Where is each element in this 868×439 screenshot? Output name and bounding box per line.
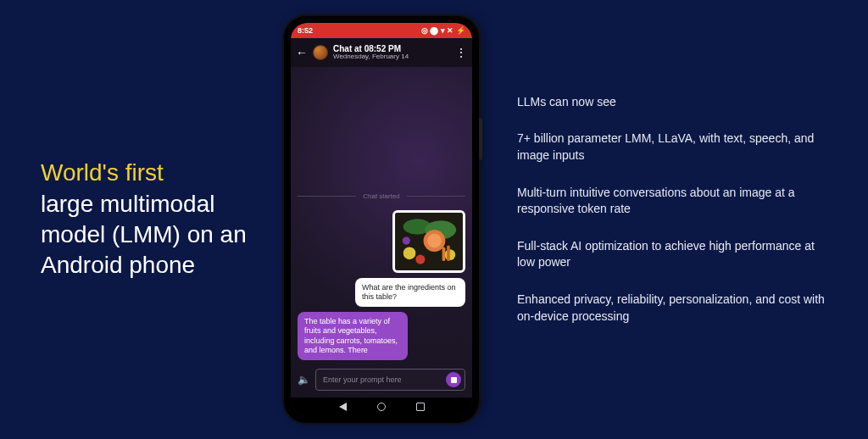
prompt-input[interactable] — [323, 375, 446, 384]
chat-body[interactable]: Chat started — [291, 67, 472, 364]
svg-point-6 — [415, 254, 425, 264]
bullet: Full-stack AI optimization to achieve hi… — [517, 238, 834, 271]
bullet: LLMs can now see — [517, 94, 834, 111]
bullet: Enhanced privacy, reliability, personali… — [517, 292, 834, 325]
phone-column: 8:52 ◎ ⬤ ▾ ✕ ⚡ ← Chat at 08:52 PM Wednes… — [263, 16, 500, 423]
nav-back-icon[interactable] — [339, 403, 347, 411]
nav-recent-icon[interactable] — [416, 403, 425, 411]
chat-subtitle: Wednesday, February 14 — [333, 53, 409, 61]
nav-home-icon[interactable] — [377, 403, 386, 411]
food-photo-icon — [395, 213, 463, 270]
speaker-icon[interactable]: 🔈 — [298, 374, 310, 386]
chat-appbar: ← Chat at 08:52 PM Wednesday, February 1… — [291, 38, 472, 67]
status-icon-group: ◎ ⬤ ▾ ✕ ⚡ — [421, 26, 465, 35]
stop-button[interactable] — [446, 372, 461, 387]
svg-point-4 — [427, 233, 442, 247]
status-icons: ◎ ⬤ ▾ ✕ ⚡ — [421, 26, 465, 35]
chat-started-divider: Chat started — [298, 192, 465, 200]
back-icon[interactable]: ← — [296, 46, 308, 59]
message-row-user: What are the ingredients on this table? — [298, 278, 465, 308]
user-message[interactable]: What are the ingredients on this table? — [355, 278, 465, 308]
appbar-titles: Chat at 08:52 PM Wednesday, February 14 — [333, 44, 409, 61]
composer: 🔈 — [291, 364, 472, 397]
overflow-menu-icon[interactable]: ⋮ — [455, 46, 467, 59]
headline-highlight: World's first — [41, 159, 164, 186]
feature-bullets: LLMs can now see 7+ billion parameter LM… — [500, 94, 868, 345]
phone-frame: 8:52 ◎ ⬤ ▾ ✕ ⚡ ← Chat at 08:52 PM Wednes… — [284, 16, 479, 423]
svg-point-10 — [403, 236, 410, 244]
avatar[interactable] — [313, 45, 328, 60]
phone-screen: 8:52 ◎ ⬤ ▾ ✕ ⚡ ← Chat at 08:52 PM Wednes… — [291, 23, 472, 416]
headline-rest: large multimodal model (LMM) on an Andro… — [41, 191, 247, 279]
svg-rect-8 — [442, 247, 446, 261]
android-navbar — [291, 397, 472, 416]
status-time: 8:52 — [298, 26, 313, 35]
uploaded-image[interactable] — [392, 210, 465, 273]
headline-block: World's first large multimodal model (LM… — [0, 158, 263, 281]
message-row-bot: The table has a variety of fruits and ve… — [298, 312, 465, 360]
bot-message[interactable]: The table has a variety of fruits and ve… — [298, 312, 408, 360]
svg-point-5 — [403, 247, 416, 259]
bullet: 7+ billion parameter LMM, LLaVA, with te… — [517, 131, 834, 164]
prompt-input-wrap[interactable] — [315, 369, 465, 391]
bullet: Multi-turn intuitive conversations about… — [517, 185, 834, 218]
svg-rect-9 — [447, 245, 450, 260]
message-row-image — [298, 210, 465, 273]
android-statusbar: 8:52 ◎ ⬤ ▾ ✕ ⚡ — [291, 23, 472, 38]
headline: World's first large multimodal model (LM… — [41, 158, 263, 281]
